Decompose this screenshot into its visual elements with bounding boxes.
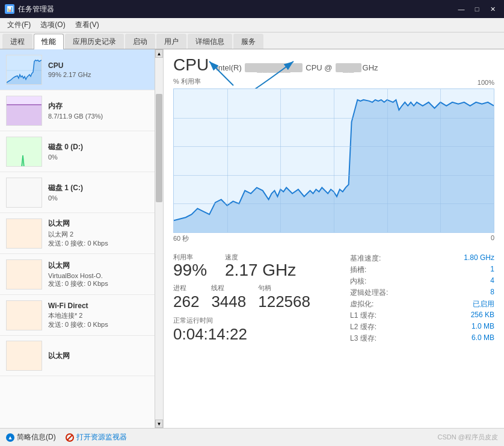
process-thread-handle-row: 进程 262 线程 3448 句柄 122568 <box>173 283 350 311</box>
eth2-sidebar-info: 以太网 VirtualBox Host-O. 发送: 0 接收: 0 Kbps <box>48 261 151 288</box>
eth1-mini-chart <box>6 218 42 249</box>
detail-table: 基准速度: 1.80 GHz 插槽: 1 内核: 4 逻辑处理器: 8 <box>350 253 494 344</box>
disk0-sidebar-info: 磁盘 0 (D:) 0% <box>48 142 151 161</box>
open-monitor-btn[interactable]: 打开资源监视器 <box>66 432 127 442</box>
svg-rect-5 <box>7 219 42 249</box>
tab-performance[interactable]: 性能 <box>34 34 64 49</box>
cpu-chart-container: % 利用率 100% <box>173 77 494 243</box>
detail-key-virtual: 虚拟化: <box>350 299 373 309</box>
tab-services[interactable]: 服务 <box>233 34 263 49</box>
cpu-header: CPU Intel(R) ██████ CPU @ ██GHz <box>173 55 494 75</box>
sidebar-item-eth3[interactable]: 以太网 <box>0 336 163 376</box>
simple-info-btn[interactable]: ▲ 简略信息(D) <box>6 432 56 442</box>
detail-val-logical: 8 <box>490 288 494 298</box>
menu-view[interactable]: 查看(V) <box>70 19 104 31</box>
sidebar-item-disk1[interactable]: 磁盘 1 (C:) 0% <box>0 172 163 213</box>
detail-val-core: 4 <box>490 276 494 286</box>
speed-value: 2.17 GHz <box>225 262 296 279</box>
handle-stat: 句柄 122568 <box>258 283 310 311</box>
cpu-stats-left: 利用率 99% 速度 2.17 GHz 进程 262 线程 <box>173 253 350 344</box>
detail-val-socket: 1 <box>490 265 494 275</box>
sidebar-item-disk0[interactable]: 磁盘 0 (D:) 0% <box>0 131 163 172</box>
sidebar-scroll-down[interactable]: ▼ <box>155 420 163 428</box>
detail-val-l1: 256 KB <box>471 311 494 321</box>
detail-val-virtual: 已启用 <box>473 299 494 309</box>
menu-bar: 文件(F) 选项(O) 查看(V) <box>0 18 504 33</box>
tab-process[interactable]: 进程 <box>2 34 32 49</box>
disk1-sidebar-info: 磁盘 1 (C:) 0% <box>48 183 151 202</box>
eth1-sidebar-extra: 发送: 0 接收: 0 Kbps <box>48 239 151 248</box>
memory-sidebar-value: 8.7/11.9 GB (73%) <box>48 113 151 120</box>
svg-rect-4 <box>7 178 42 208</box>
eth2-sidebar-label: 以太网 <box>48 261 151 271</box>
chart-time-labels: 60 秒 0 <box>173 234 494 243</box>
open-monitor-label[interactable]: 打开资源监视器 <box>76 432 127 442</box>
cpu-chart <box>173 88 494 233</box>
chart-time-left: 60 秒 <box>173 234 189 243</box>
detail-row-logical: 逻辑处理器: 8 <box>350 287 494 299</box>
wifi-sidebar-extra: 发送: 0 接收: 0 Kbps <box>48 320 151 329</box>
cpu-sidebar-info: CPU 99% 2.17 GHz <box>48 61 151 78</box>
tab-users[interactable]: 用户 <box>156 34 186 49</box>
chart-time-right: 0 <box>491 234 494 243</box>
menu-options[interactable]: 选项(O) <box>35 19 70 31</box>
eth1-sidebar-info: 以太网 以太网 2 发送: 0 接收: 0 Kbps <box>48 218 151 248</box>
process-value: 262 <box>173 293 199 311</box>
cpu-mini-chart <box>6 55 42 85</box>
detail-key-l2: L2 缓存: <box>350 322 376 332</box>
sidebar-item-memory[interactable]: 内存 8.7/11.9 GB (73%) <box>0 90 163 131</box>
thread-label: 线程 <box>211 283 246 293</box>
sidebar-item-cpu[interactable]: CPU 99% 2.17 GHz <box>0 49 163 90</box>
detail-row-l2: L2 缓存: 1.0 MB <box>350 321 494 333</box>
detail-row-virtual: 虚拟化: 已启用 <box>350 299 494 310</box>
sidebar-item-eth1[interactable]: 以太网 以太网 2 发送: 0 接收: 0 Kbps <box>0 213 163 254</box>
detail-row-core: 内核: 4 <box>350 276 494 287</box>
disk1-sidebar-label: 磁盘 1 (C:) <box>48 183 151 193</box>
bottom-bar: ▲ 简略信息(D) 打开资源监视器 CSDN @程序员皮皮 <box>0 428 504 446</box>
detail-key-core: 内核: <box>350 276 366 286</box>
runtime-value: 0:04:14:22 <box>173 325 350 344</box>
tab-details[interactable]: 详细信息 <box>188 34 232 49</box>
runtime-label: 正常运行时间 <box>173 316 350 325</box>
memory-sidebar-label: 内存 <box>48 101 151 111</box>
process-label: 进程 <box>173 283 199 293</box>
bottom-left: ▲ 简略信息(D) 打开资源监视器 <box>6 432 127 442</box>
cpu-sidebar-value: 99% 2.17 GHz <box>48 71 151 78</box>
svg-rect-8 <box>7 341 42 371</box>
minimize-button[interactable]: — <box>455 2 468 16</box>
utilization-stat: 利用率 99% <box>173 253 207 279</box>
detail-row-socket: 插槽: 1 <box>350 264 494 276</box>
sidebar-scroll-up[interactable]: ▲ <box>155 49 163 58</box>
app-icon: 📊 <box>5 4 14 14</box>
maximize-button[interactable]: □ <box>470 2 484 16</box>
tab-startup[interactable]: 启动 <box>125 34 155 49</box>
sidebar-item-eth2[interactable]: 以太网 VirtualBox Host-O. 发送: 0 接收: 0 Kbps <box>0 254 163 295</box>
simple-info-label: 简略信息(D) <box>17 432 56 442</box>
cpu-details: 基准速度: 1.80 GHz 插槽: 1 内核: 4 逻辑处理器: 8 <box>350 253 494 344</box>
speed-stat: 速度 2.17 GHz <box>225 253 296 279</box>
detail-val-basespeed: 1.80 GHz <box>464 253 494 264</box>
memory-mini-chart <box>6 96 42 126</box>
detail-val-l3: 6.0 MB <box>472 333 494 344</box>
detail-row-basespeed: 基准速度: 1.80 GHz <box>350 253 494 264</box>
eth3-sidebar-info: 以太网 <box>48 351 151 361</box>
eth1-sidebar-label: 以太网 <box>48 218 151 229</box>
disk1-sidebar-value: 0% <box>48 194 151 202</box>
svg-rect-3 <box>7 137 42 167</box>
close-button[interactable]: ✕ <box>486 2 499 16</box>
watermark: CSDN @程序员皮皮 <box>438 433 498 442</box>
main-content: ▲ ▼ CPU 99% 2.17 GHz <box>0 49 504 428</box>
disk1-mini-chart <box>6 178 42 208</box>
memory-sidebar-info: 内存 8.7/11.9 GB (73%) <box>48 101 151 120</box>
menu-file[interactable]: 文件(F) <box>2 19 35 31</box>
sidebar-item-wifi[interactable]: Wi-Fi Direct 本地连接* 2 发送: 0 接收: 0 Kbps <box>0 295 163 336</box>
tab-app-history[interactable]: 应用历史记录 <box>65 34 124 49</box>
thread-value: 3448 <box>211 293 246 311</box>
detail-key-l3: L3 缓存: <box>350 333 376 344</box>
wifi-mini-chart <box>6 300 42 330</box>
title-bar: 📊 任务管理器 — □ ✕ <box>0 0 504 18</box>
wifi-sidebar-info: Wi-Fi Direct 本地连接* 2 发送: 0 接收: 0 Kbps <box>48 302 151 329</box>
eth3-mini-chart <box>6 341 42 371</box>
detail-key-logical: 逻辑处理器: <box>350 288 388 298</box>
runtime-stat: 正常运行时间 0:04:14:22 <box>173 316 350 344</box>
